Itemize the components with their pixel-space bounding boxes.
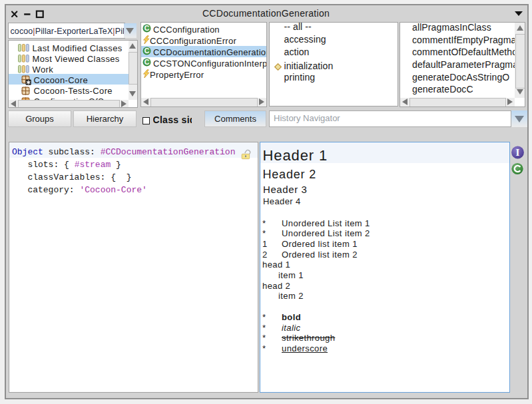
svg-text:I: I [516,147,520,158]
svg-text:C: C [144,24,150,32]
svg-text:C: C [144,47,150,55]
svg-text:C: C [144,58,150,66]
